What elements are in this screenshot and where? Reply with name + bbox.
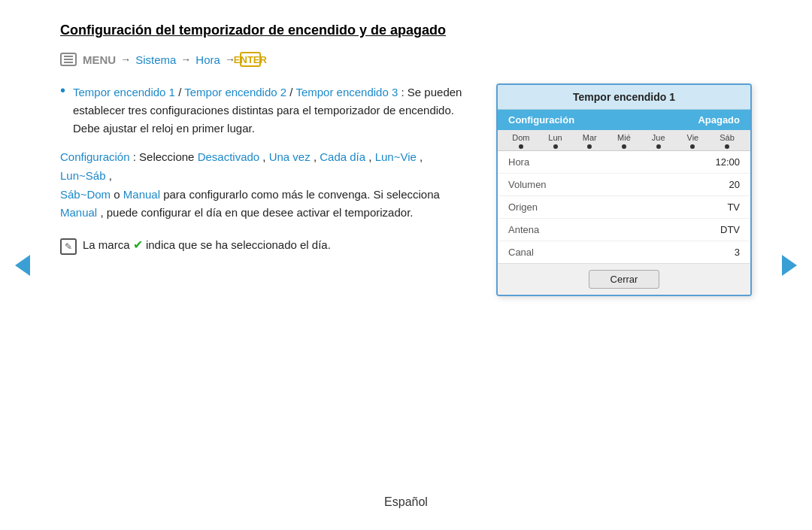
- config-rest2: para configurarlo como más le convenga. …: [163, 188, 440, 201]
- bullet-text: Tempor encendido 1 / Tempor encendido 2 …: [73, 83, 466, 138]
- dialog-box: Tempor encendido 1 Configuración Apagado…: [496, 83, 752, 296]
- dialog-footer: Cerrar: [498, 263, 750, 295]
- tempor3-link[interactable]: Tempor encendido 3: [295, 86, 398, 98]
- text-column: • Tempor encendido 1 / Tempor encendido …: [60, 83, 466, 255]
- breadcrumb: MENU → Sistema → Hora → ENTER: [60, 52, 752, 67]
- row-canal: Canal 3: [498, 241, 750, 263]
- una-vez-link[interactable]: Una vez: [269, 150, 311, 163]
- note-section: ✎ La marca ✔ indica que se ha selecciona…: [60, 238, 466, 255]
- tab-apagado[interactable]: Apagado: [698, 114, 740, 126]
- day-mie[interactable]: Mié: [613, 133, 635, 149]
- row-origen: Origen TV: [498, 196, 750, 219]
- page-title: Configuración del temporizador de encend…: [60, 23, 752, 38]
- config-rest1: : Seleccione: [133, 150, 198, 163]
- comma2: ,: [314, 150, 320, 163]
- page-container: Configuración del temporizador de encend…: [0, 0, 812, 530]
- hora-value: 12:00: [715, 156, 740, 168]
- antena-label: Antena: [508, 224, 539, 235]
- dialog-days: Dom Lun Mar Mié Jue Vie Sáb: [498, 130, 750, 151]
- row-hora: Hora 12:00: [498, 151, 750, 174]
- note-icon: ✎: [60, 238, 77, 255]
- nav-left-arrow[interactable]: [14, 250, 32, 280]
- comma4: ,: [420, 150, 423, 163]
- cada-dia-link[interactable]: Cada día: [320, 150, 365, 163]
- dialog-tabs: Configuración Apagado: [498, 110, 750, 130]
- bottom-label: Español: [0, 495, 812, 509]
- row-volumen: Volumen 20: [498, 174, 750, 196]
- canal-label: Canal: [508, 247, 534, 258]
- manual-link[interactable]: Manual: [123, 188, 160, 201]
- comma1: ,: [262, 150, 268, 163]
- lun-sab-link[interactable]: Lun~Sáb: [60, 169, 105, 182]
- row-antena: Antena DTV: [498, 219, 750, 241]
- note-text2: indica que se ha seleccionado el día.: [146, 238, 331, 251]
- close-button[interactable]: Cerrar: [589, 270, 660, 289]
- sab-dom-link[interactable]: Sáb~Dom: [60, 188, 111, 201]
- hora-label: Hora: [508, 156, 529, 168]
- note-text1: La marca: [83, 238, 133, 251]
- content-area: • Tempor encendido 1 / Tempor encendido …: [60, 83, 752, 296]
- o-text: o: [114, 188, 123, 201]
- config-rest3: , puede configurar el día en que desee a…: [100, 206, 413, 219]
- menu-label: MENU: [83, 53, 116, 66]
- day-vie[interactable]: Vie: [681, 133, 704, 149]
- nav-right-arrow[interactable]: [780, 250, 798, 280]
- origen-value: TV: [727, 201, 740, 213]
- day-dom[interactable]: Dom: [510, 133, 532, 149]
- bullet-item: • Tempor encendido 1 / Tempor encendido …: [60, 83, 466, 138]
- bullet-dot: •: [60, 82, 65, 99]
- volumen-label: Volumen: [508, 179, 547, 190]
- comma3: ,: [368, 150, 374, 163]
- desactivado-link[interactable]: Desactivado: [198, 150, 260, 163]
- menu-icon: [60, 53, 77, 66]
- right-arrow-icon: [782, 255, 797, 276]
- tempor2-link[interactable]: Tempor encendido 2: [184, 86, 286, 98]
- dialog-rows: Hora 12:00 Volumen 20 Origen TV Antena D…: [498, 151, 750, 263]
- lun-vie-link[interactable]: Lun~Vie: [375, 150, 417, 163]
- config-section: Configuración : Seleccione Desactivado ,…: [60, 148, 466, 223]
- left-arrow-icon: [15, 255, 30, 276]
- dialog-title: Tempor encendido 1: [498, 85, 750, 110]
- enter-icon: ENTER: [240, 52, 261, 67]
- configuracion-link[interactable]: Configuración: [60, 150, 130, 163]
- manual2-link[interactable]: Manual: [60, 206, 97, 219]
- slash-sep2: /: [289, 86, 292, 98]
- breadcrumb-arrow2: →: [180, 53, 191, 65]
- antena-value: DTV: [720, 224, 740, 235]
- sistema-link[interactable]: Sistema: [135, 53, 176, 66]
- day-lun[interactable]: Lun: [544, 133, 567, 149]
- day-jue[interactable]: Jue: [647, 133, 670, 149]
- hora-link[interactable]: Hora: [195, 53, 220, 66]
- slash-sep: /: [178, 86, 184, 98]
- enter-label: ENTER: [234, 54, 267, 65]
- note-text: La marca ✔ indica que se ha seleccionado…: [83, 238, 331, 252]
- day-mar[interactable]: Mar: [578, 133, 601, 149]
- origen-label: Origen: [508, 201, 538, 213]
- tab-configuracion[interactable]: Configuración: [508, 114, 574, 126]
- tempor1-link[interactable]: Tempor encendido 1: [73, 86, 175, 98]
- canal-value: 3: [735, 247, 740, 258]
- checkmark-icon: ✔: [133, 238, 143, 251]
- breadcrumb-arrow1: →: [120, 53, 131, 65]
- day-sab[interactable]: Sáb: [716, 133, 738, 149]
- volumen-value: 20: [729, 179, 740, 190]
- comma5: ,: [109, 169, 112, 182]
